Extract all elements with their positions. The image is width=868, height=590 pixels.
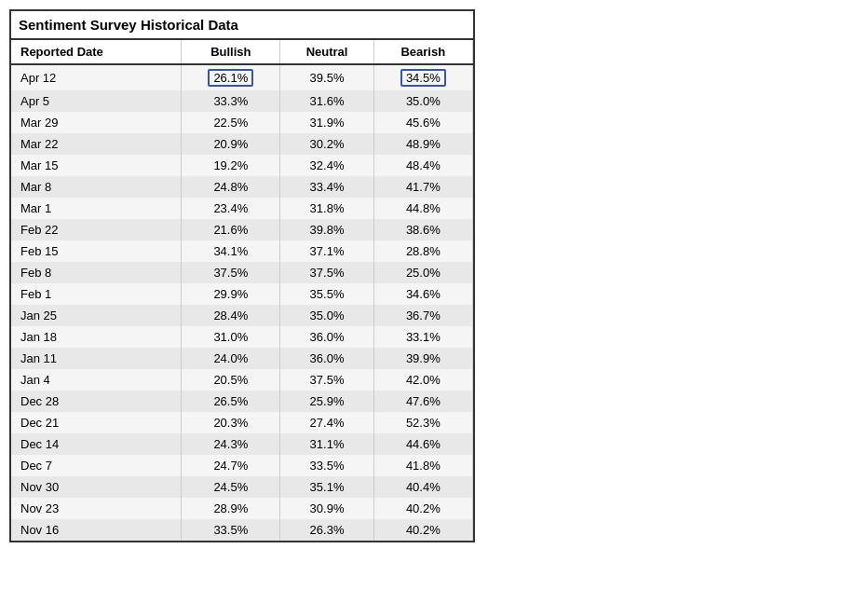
cell-neutral: 36.0% xyxy=(280,348,373,369)
table-row: Jan 420.5%37.5%42.0% xyxy=(11,369,473,391)
cell-bullish: 23.4% xyxy=(182,198,280,219)
cell-bullish: 28.4% xyxy=(182,305,280,326)
cell-bearish: 28.8% xyxy=(373,240,472,262)
cell-bearish: 44.6% xyxy=(373,433,472,455)
cell-bullish: 24.7% xyxy=(182,455,280,476)
cell-neutral: 31.1% xyxy=(280,433,373,455)
table-body: Apr 1226.1%39.5%34.5%Apr 533.3%31.6%35.0… xyxy=(11,64,473,541)
cell-bullish: 37.5% xyxy=(182,262,280,283)
cell-bearish: 48.4% xyxy=(373,155,472,176)
col-neutral: Neutral xyxy=(280,40,373,64)
cell-bearish: 40.2% xyxy=(373,519,472,541)
cell-bearish: 40.2% xyxy=(373,498,472,519)
cell-bearish: 38.6% xyxy=(373,219,472,240)
cell-neutral: 25.9% xyxy=(280,391,373,412)
sentiment-table: Reported Date Bullish Neutral Bearish Ap… xyxy=(11,40,473,541)
table-row: Mar 824.8%33.4%41.7% xyxy=(11,176,473,198)
cell-date: Feb 15 xyxy=(11,240,182,262)
cell-neutral: 31.9% xyxy=(280,112,373,133)
table-row: Dec 1424.3%31.1%44.6% xyxy=(11,433,473,455)
cell-bullish: 22.5% xyxy=(182,112,280,133)
cell-neutral: 33.4% xyxy=(280,176,373,198)
cell-date: Mar 8 xyxy=(11,176,182,198)
cell-bullish: 33.3% xyxy=(182,90,280,112)
cell-date: Feb 8 xyxy=(11,262,182,283)
cell-bearish: 45.6% xyxy=(373,112,472,133)
cell-bearish: 34.5% xyxy=(373,64,472,90)
cell-bearish: 35.0% xyxy=(373,90,472,112)
cell-neutral: 39.8% xyxy=(280,219,373,240)
cell-bearish: 39.9% xyxy=(373,348,472,369)
table-row: Dec 2120.3%27.4%52.3% xyxy=(11,412,473,433)
cell-date: Apr 12 xyxy=(11,64,182,90)
cell-date: Feb 22 xyxy=(11,219,182,240)
cell-bearish: 25.0% xyxy=(373,262,472,283)
cell-bearish: 34.6% xyxy=(373,283,472,305)
cell-neutral: 35.1% xyxy=(280,476,373,498)
cell-neutral: 36.0% xyxy=(280,326,373,348)
cell-bullish: 34.1% xyxy=(182,240,280,262)
cell-bullish: 26.5% xyxy=(182,391,280,412)
table-row: Feb 129.9%35.5%34.6% xyxy=(11,283,473,305)
cell-bearish: 41.8% xyxy=(373,455,472,476)
cell-neutral: 27.4% xyxy=(280,412,373,433)
cell-date: Mar 22 xyxy=(11,133,182,155)
cell-bearish: 42.0% xyxy=(373,369,472,391)
table-row: Dec 2826.5%25.9%47.6% xyxy=(11,391,473,412)
cell-neutral: 31.8% xyxy=(280,198,373,219)
table-row: Mar 2922.5%31.9%45.6% xyxy=(11,112,473,133)
cell-neutral: 35.5% xyxy=(280,283,373,305)
table-row: Nov 3024.5%35.1%40.4% xyxy=(11,476,473,498)
cell-bearish: 33.1% xyxy=(373,326,472,348)
cell-neutral: 39.5% xyxy=(280,64,373,90)
table-row: Mar 1519.2%32.4%48.4% xyxy=(11,155,473,176)
cell-neutral: 37.1% xyxy=(280,240,373,262)
table-row: Mar 123.4%31.8%44.8% xyxy=(11,198,473,219)
cell-neutral: 32.4% xyxy=(280,155,373,176)
cell-bullish: 20.9% xyxy=(182,133,280,155)
cell-bullish: 20.5% xyxy=(182,369,280,391)
cell-date: Jan 11 xyxy=(11,348,182,369)
col-bullish: Bullish xyxy=(182,40,280,64)
table-row: Mar 2220.9%30.2%48.9% xyxy=(11,133,473,155)
cell-bullish: 21.6% xyxy=(182,219,280,240)
table-row: Feb 837.5%37.5%25.0% xyxy=(11,262,473,283)
cell-bullish: 26.1% xyxy=(182,64,280,90)
cell-date: Mar 29 xyxy=(11,112,182,133)
cell-neutral: 37.5% xyxy=(280,262,373,283)
cell-bearish: 48.9% xyxy=(373,133,472,155)
cell-bullish: 29.9% xyxy=(182,283,280,305)
cell-neutral: 35.0% xyxy=(280,305,373,326)
cell-neutral: 30.2% xyxy=(280,133,373,155)
table-title: Sentiment Survey Historical Data xyxy=(11,11,473,40)
table-row: Dec 724.7%33.5%41.8% xyxy=(11,455,473,476)
table-row: Apr 1226.1%39.5%34.5% xyxy=(11,64,473,90)
cell-date: Jan 4 xyxy=(11,369,182,391)
cell-bullish: 24.5% xyxy=(182,476,280,498)
cell-date: Jan 25 xyxy=(11,305,182,326)
cell-bearish: 40.4% xyxy=(373,476,472,498)
cell-neutral: 26.3% xyxy=(280,519,373,541)
cell-bearish: 52.3% xyxy=(373,412,472,433)
cell-bullish: 24.8% xyxy=(182,176,280,198)
cell-bullish: 24.3% xyxy=(182,433,280,455)
cell-date: Dec 14 xyxy=(11,433,182,455)
cell-bullish: 19.2% xyxy=(182,155,280,176)
col-bearish: Bearish xyxy=(373,40,472,64)
table-row: Feb 2221.6%39.8%38.6% xyxy=(11,219,473,240)
table-row: Apr 533.3%31.6%35.0% xyxy=(11,90,473,112)
cell-bearish: 36.7% xyxy=(373,305,472,326)
cell-bearish: 41.7% xyxy=(373,176,472,198)
cell-date: Nov 23 xyxy=(11,498,182,519)
col-reported-date: Reported Date xyxy=(11,40,182,64)
cell-date: Dec 7 xyxy=(11,455,182,476)
main-container: Sentiment Survey Historical Data Reporte… xyxy=(9,9,475,542)
table-row: Jan 1124.0%36.0%39.9% xyxy=(11,348,473,369)
cell-bullish: 33.5% xyxy=(182,519,280,541)
cell-date: Jan 18 xyxy=(11,326,182,348)
cell-bearish: 44.8% xyxy=(373,198,472,219)
cell-date: Feb 1 xyxy=(11,283,182,305)
table-header-row: Reported Date Bullish Neutral Bearish xyxy=(11,40,473,64)
cell-date: Mar 1 xyxy=(11,198,182,219)
cell-bullish: 24.0% xyxy=(182,348,280,369)
